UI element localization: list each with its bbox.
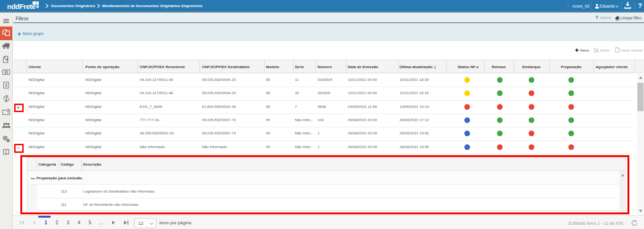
- svg-text:$: $: [5, 97, 8, 101]
- svg-text:$: $: [5, 83, 8, 88]
